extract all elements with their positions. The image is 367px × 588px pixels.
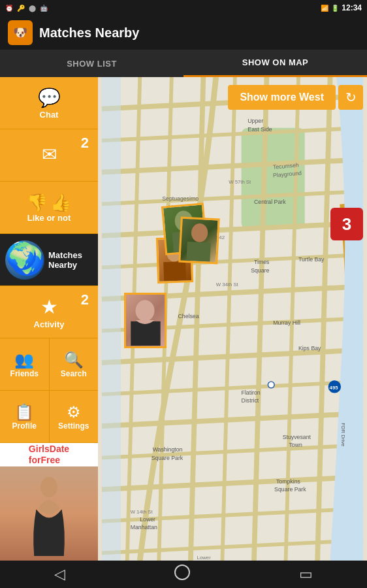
recent-icon: ▭ — [299, 566, 313, 582]
profile-label: Profile — [12, 421, 37, 431]
sidebar-item-settings[interactable]: ⚙ Settings — [50, 391, 99, 442]
status-time: 12:34 — [342, 3, 362, 12]
ad-girl-photo — [0, 466, 98, 561]
ad-banner[interactable]: GirlsDate forFree — [0, 443, 98, 466]
svg-text:Times: Times — [254, 259, 270, 265]
svg-point-72 — [136, 300, 155, 321]
sidebar-friends-search-row: 👥 Friends 🔍 Search — [0, 338, 98, 391]
svg-text:Square Park: Square Park — [152, 455, 184, 461]
back-icon: ◁ — [54, 566, 65, 582]
svg-text:Murray Hill: Murray Hill — [273, 319, 300, 326]
nav-back-button[interactable]: ◁ — [54, 566, 65, 583]
nav-bar: ◁ ▭ — [0, 561, 367, 588]
tab-show-list[interactable]: SHOW LIST — [0, 50, 184, 77]
svg-text:Stuyvesant: Stuyvesant — [283, 434, 311, 440]
sidebar-item-search[interactable]: 🔍 Search — [50, 338, 99, 390]
activity-badge: 2 — [81, 291, 89, 308]
svg-text:Lower: Lower — [140, 516, 155, 523]
svg-rect-73 — [131, 321, 160, 346]
cluster-count: 3 — [342, 214, 351, 235]
svg-rect-71 — [163, 261, 186, 281]
sidebar-item-profile[interactable]: 📋 Profile — [0, 391, 50, 442]
sidebar-ad: GirlsDate forFree — [0, 443, 98, 561]
sidebar-item-chat[interactable]: Chat — [0, 77, 98, 129]
status-icons-left: ⏰ 🔑 ⬤ 🤖 — [5, 5, 48, 12]
matches-nearby-label: Matches Nearby — [48, 250, 93, 270]
nav-recent-button[interactable]: ▭ — [299, 566, 313, 583]
svg-text:W 14th St: W 14th St — [131, 509, 153, 515]
gdf-logo: GirlsDate forFree — [29, 444, 69, 466]
refresh-icon: ↻ — [345, 90, 357, 105]
svg-text:495: 495 — [330, 385, 339, 391]
svg-text:FDR Drive: FDR Drive — [340, 423, 346, 446]
chat-icon — [38, 87, 61, 108]
svg-text:Square Park: Square Park — [274, 486, 306, 493]
header-title: Matches Nearby — [39, 25, 139, 41]
svg-text:East Side: East Side — [247, 126, 272, 133]
main-content: Chat 2 👎 👍 Like or not 🌍 Matches Nearby … — [0, 77, 367, 561]
activity-label: Activity — [34, 319, 65, 329]
svg-text:Septuagesimo: Septuagesimo — [162, 195, 199, 202]
status-bar: ⏰ 🔑 ⬤ 🤖 📶 🔋 12:34 — [0, 0, 367, 16]
app-logo-icon: 🐶 — [13, 25, 27, 40]
home-icon — [174, 564, 190, 580]
svg-text:Kips Bay: Kips Bay — [298, 345, 321, 351]
refresh-button[interactable]: ↻ — [338, 85, 363, 110]
svg-text:Tompkins: Tompkins — [276, 478, 301, 485]
svg-text:Turtle Bay: Turtle Bay — [298, 256, 325, 263]
search-icon: 🔍 — [64, 351, 84, 369]
sidebar-profile-settings-row: 📋 Profile ⚙ Settings — [0, 391, 98, 443]
svg-text:Manhattan: Manhattan — [131, 524, 157, 531]
friends-icon: 👥 — [14, 351, 34, 369]
svg-rect-69 — [186, 242, 210, 262]
likeornot-label: Like or not — [27, 213, 71, 223]
search-label: Search — [61, 369, 87, 378]
svg-text:Central Park: Central Park — [254, 199, 286, 205]
nav-home-button[interactable] — [174, 564, 190, 584]
sidebar: Chat 2 👎 👍 Like or not 🌍 Matches Nearby … — [0, 77, 98, 561]
photo-face-4 — [126, 295, 165, 346]
friends-label: Friends — [10, 369, 39, 378]
profile-icon: 📋 — [14, 403, 34, 421]
svg-text:W 57th St: W 57th St — [229, 179, 251, 185]
status-icons-right: 📶 🔋 12:34 — [321, 3, 362, 12]
mailbox-badge: 2 — [81, 135, 89, 152]
photo-face-2 — [180, 219, 217, 263]
svg-text:District: District — [242, 397, 259, 404]
mail-icon — [42, 144, 57, 165]
svg-text:Washington: Washington — [153, 446, 183, 453]
tab-bar: SHOW LIST SHOW ON MAP — [0, 50, 367, 77]
map-photo-2[interactable] — [178, 216, 220, 264]
cluster-badge[interactable]: 3 — [330, 208, 363, 240]
map-area: Upper East Side Tecumseh Playground Cent… — [98, 77, 367, 561]
app-logo: 🐶 — [8, 20, 33, 45]
tab-show-on-map[interactable]: SHOW ON MAP — [184, 50, 367, 77]
svg-text:W 34th St: W 34th St — [216, 282, 239, 287]
sidebar-item-mailbox[interactable]: 2 — [0, 129, 98, 182]
svg-text:Upper: Upper — [247, 118, 263, 124]
svg-rect-27 — [102, 77, 121, 561]
settings-label: Settings — [58, 421, 89, 431]
sidebar-item-activity[interactable]: ★ Activity 2 — [0, 286, 98, 338]
svg-text:Square: Square — [251, 267, 269, 274]
sidebar-item-likeornot[interactable]: 👎 👍 Like or not — [0, 182, 98, 234]
settings-icon: ⚙ — [67, 403, 81, 421]
sidebar-item-matches-nearby[interactable]: 🌍 Matches Nearby — [0, 234, 98, 286]
svg-text:Town: Town — [289, 442, 302, 448]
svg-point-65 — [268, 382, 274, 388]
svg-text:Lower: Lower — [197, 555, 212, 561]
globe-icon: 🌍 — [5, 240, 44, 280]
sidebar-item-friends[interactable]: 👥 Friends — [0, 338, 50, 390]
activity-star-icon: ★ — [40, 295, 58, 318]
svg-text:Chelsea: Chelsea — [178, 313, 199, 319]
svg-point-0 — [40, 477, 57, 497]
map-photo-4[interactable] — [124, 293, 167, 348]
show-more-button[interactable]: Show more West — [228, 85, 336, 110]
svg-text:Flatiron: Flatiron — [242, 389, 261, 396]
app-header: 🐶 Matches Nearby — [0, 16, 367, 50]
chat-label: Chat — [40, 110, 59, 120]
svg-point-68 — [191, 223, 208, 242]
